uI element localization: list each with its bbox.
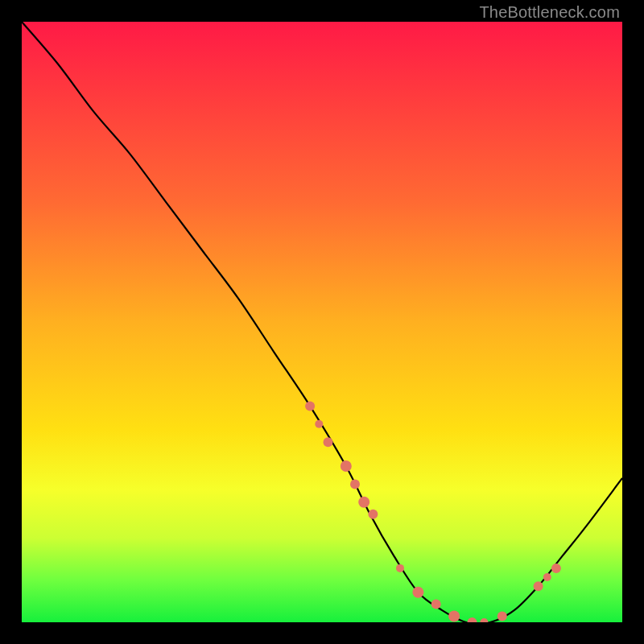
curve-marker [341, 460, 352, 472]
curve-marker [497, 612, 507, 621]
curve-svg [22, 22, 622, 622]
curve-marker [543, 573, 551, 581]
curve-marker [412, 587, 423, 598]
curve-marker [468, 617, 477, 622]
chart-frame: TheBottleneck.com [0, 0, 644, 644]
curve-marker [396, 564, 404, 572]
curve-marker [551, 564, 561, 573]
curve-marker [431, 600, 441, 609]
curve-marker [448, 611, 460, 622]
curve-marker [324, 437, 333, 447]
curve-marker [534, 581, 543, 591]
marker-group [305, 401, 561, 622]
watermark-text: TheBottleneck.com [479, 3, 620, 22]
curve-marker [480, 618, 488, 622]
curve-marker [305, 401, 315, 411]
plot-area [22, 22, 622, 622]
bottleneck-curve-path [22, 22, 622, 622]
curve-marker [358, 497, 369, 508]
curve-marker [368, 510, 378, 519]
curve-marker [350, 479, 360, 489]
curve-marker [315, 420, 323, 428]
